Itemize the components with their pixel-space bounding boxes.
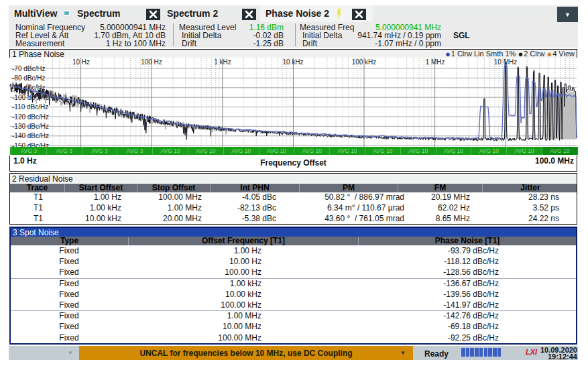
svg-text:-110 dBc/Hz: -110 dBc/Hz [12,103,48,111]
svg-text:1 MHz: 1 MHz [426,58,445,66]
svg-text:-80 dBc/Hz: -80 dBc/Hz [12,74,45,82]
svg-text:-130 dBc/Hz: -130 dBc/Hz [12,123,49,130]
svg-text:-140 dBc/Hz: -140 dBc/Hz [12,132,49,139]
svg-text:-70 dBc/Hz: -70 dBc/Hz [12,65,45,72]
svg-text:10 kHz: 10 kHz [282,58,303,66]
svg-text:10 Hz: 10 Hz [72,58,90,66]
svg-text:1 kHz: 1 kHz [214,58,231,66]
svg-text:100 Hz: 100 Hz [141,58,162,66]
svg-text:-120 dBc/Hz: -120 dBc/Hz [12,113,49,121]
svg-text:100 kHz: 100 kHz [352,58,377,66]
